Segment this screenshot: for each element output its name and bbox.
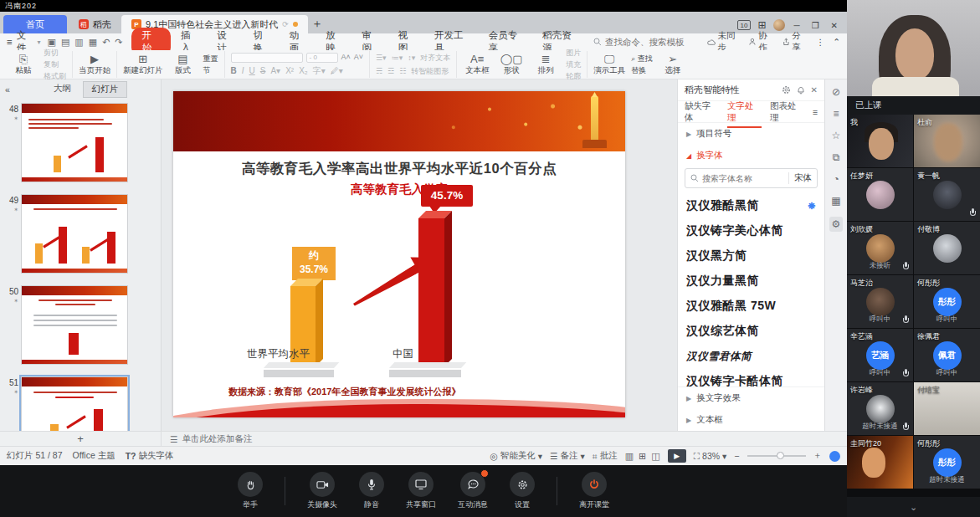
gear-icon[interactable] — [782, 85, 791, 95]
command-search[interactable] — [593, 37, 705, 47]
smart-graphic-button[interactable]: 转智能图形 — [411, 66, 449, 77]
arrange-button[interactable]: ≣ 排列 — [531, 54, 560, 76]
fit-zoom-icon[interactable]: ⛶ 83% ▾ — [694, 451, 727, 462]
font-color-button[interactable]: A▾ — [270, 66, 280, 75]
font-search-input[interactable] — [702, 174, 785, 183]
tab-chart-processing[interactable]: 图表处理 — [770, 100, 804, 124]
save-icon[interactable]: ▣ — [48, 37, 56, 48]
strikethrough-button[interactable]: S — [260, 66, 266, 75]
command-search-input[interactable] — [605, 37, 705, 47]
more-menu-icon[interactable]: ⋮ — [816, 37, 825, 47]
font-grow-icon[interactable]: A˄ — [341, 53, 351, 63]
find-button[interactable]: ⌕ 查找 — [631, 54, 653, 64]
tab-docer[interactable]: 稻 稻壳 — [69, 15, 121, 33]
align-text-button[interactable]: 对齐文本 — [420, 53, 450, 64]
participant-tile[interactable]: 任梦妍 — [847, 168, 913, 221]
copy-button[interactable]: 复制 — [44, 59, 66, 70]
messages-button[interactable]: 互动消息 — [458, 472, 488, 510]
participant-tile[interactable]: 何彤彤 彤彤 超时未接通 — [914, 436, 980, 489]
restore-button[interactable]: ❐ — [809, 21, 822, 30]
participant-tile[interactable]: 辛艺涵 艺涵 呼叫中 — [847, 329, 913, 381]
current-font-select[interactable]: 宋体 — [788, 172, 812, 184]
font-option[interactable]: 汉仪力量黑简 — [686, 269, 816, 294]
paste-button[interactable]: ⎘ 粘贴 — [9, 54, 38, 76]
close-button[interactable]: ✕ — [829, 21, 840, 30]
notes-field[interactable]: ☰ 单击此处添加备注 — [162, 432, 847, 446]
section-button[interactable]: 节 — [203, 65, 218, 76]
comments-button[interactable]: ⌗ 批注 — [593, 450, 618, 462]
notes-toggle-button[interactable]: ☰ 备注 ▾ — [550, 450, 585, 462]
text-box-button[interactable]: A≡ 文本框 — [463, 54, 491, 76]
bell-icon[interactable] — [797, 85, 805, 95]
smart-features-tool-icon[interactable]: ⚙ — [829, 217, 844, 232]
font-size-select[interactable]: - 0 — [306, 53, 338, 63]
category-label-china[interactable]: 中国 — [393, 347, 413, 361]
section-textbox[interactable]: ▶ 文本框 — [678, 409, 824, 431]
value-label-china[interactable]: 45.7% — [421, 185, 473, 207]
bullets-icon[interactable]: ☰▾ — [376, 54, 387, 62]
settings-button[interactable]: 设置 — [510, 472, 535, 510]
participant-tile[interactable]: 许岩峰 超时未接通 — [847, 382, 913, 435]
participant-tile[interactable]: 何彤彤 彤彤 呼叫中 — [914, 275, 980, 328]
collapse-grid-button[interactable]: ⌄ — [847, 497, 980, 517]
superscript-button[interactable]: X² — [285, 66, 294, 75]
reset-button[interactable]: 重置 — [203, 54, 218, 64]
camera-button[interactable]: 关摄像头 — [307, 472, 337, 510]
teacher-video-feed[interactable] — [847, 0, 980, 96]
media-tool-icon[interactable]: ▦ — [831, 195, 840, 207]
slides-tool-icon[interactable]: ⧉ — [833, 151, 840, 163]
font-option[interactable]: 汉仪铸字美心体简 — [686, 218, 816, 243]
assistant-bubble-icon[interactable] — [829, 451, 840, 462]
section-text-effect[interactable]: ▶ 换文字效果 — [678, 387, 824, 409]
reading-view-icon[interactable]: ◫ — [651, 451, 659, 462]
participant-tile[interactable]: 我 — [847, 115, 913, 167]
close-panel-icon[interactable]: ✕ — [811, 85, 818, 95]
share-tool-icon[interactable]: ⊘ — [832, 86, 840, 98]
minimize-button[interactable]: ─ — [792, 21, 803, 30]
select-button[interactable]: ➢ 选择 — [659, 54, 687, 76]
value-label-world[interactable]: 约 35.7% — [292, 247, 336, 280]
slide-thumbnail-50[interactable] — [21, 285, 128, 365]
undo-icon[interactable]: ↶ — [102, 37, 110, 48]
font-option[interactable]: 汉仪雅酷黑 75W — [686, 294, 816, 319]
section-bullets[interactable]: ▶ 项目符号 — [678, 123, 824, 145]
zoom-slider[interactable] — [747, 455, 806, 457]
normal-view-icon[interactable]: ▥ — [625, 451, 634, 462]
theme-name[interactable]: Office 主题 — [73, 450, 115, 462]
chart-title[interactable]: 高等教育毛入学率 — [173, 182, 625, 197]
participant-tile[interactable]: 刘欣媛 未接听 — [847, 222, 913, 274]
font-search-box[interactable]: 宋体 — [685, 168, 818, 188]
slide-thumbnail-51[interactable] — [21, 376, 128, 431]
italic-button[interactable]: I — [242, 66, 244, 75]
participant-tile[interactable]: 马芝治 呼叫中 — [847, 275, 913, 328]
align-left-icon[interactable]: ☴ — [376, 67, 382, 75]
font-name-select[interactable] — [231, 53, 303, 63]
line-spacing-icon[interactable]: ↕▾ — [408, 54, 415, 62]
participant-tile[interactable]: 付敬博 — [914, 222, 980, 274]
highlight-button[interactable]: 🖉▾ — [331, 66, 343, 75]
collapse-ribbon-icon[interactable]: ⌃ — [833, 37, 840, 47]
cut-button[interactable]: 剪切 — [44, 48, 66, 59]
new-slide-button[interactable]: ⊞ 新建幻灯片 — [123, 54, 163, 76]
output-icon[interactable]: ▤ — [61, 37, 69, 48]
participant-tile[interactable]: 付培宝 — [914, 382, 980, 435]
font-option[interactable]: 汉仪黑方简 — [686, 243, 816, 269]
bold-button[interactable]: B — [231, 66, 237, 75]
thumbnail-list[interactable]: 48✶ 49✶ — [0, 100, 161, 431]
slide-title[interactable]: 高等教育毛入学率高出世界平均水平近10个百分点 — [173, 160, 625, 178]
slides-tab[interactable]: 幻灯片 — [83, 81, 128, 98]
align-right-icon[interactable]: ☷ — [399, 67, 406, 75]
participant-tile[interactable]: 杜俞 — [914, 115, 980, 167]
bar-china[interactable] — [418, 218, 444, 366]
tab-missing-fonts[interactable]: 缺失字体 — [685, 100, 719, 124]
leave-class-button[interactable]: 离开课堂 — [579, 472, 609, 510]
mute-button[interactable]: 静音 — [359, 472, 384, 510]
outline-tab[interactable]: 大纲 — [45, 81, 80, 98]
workspace-grid-icon[interactable]: ⊞ — [757, 19, 766, 31]
participant-tile[interactable]: 黄一帆 — [914, 168, 980, 221]
properties-tool-icon[interactable]: ≡ — [833, 108, 839, 120]
replace-button[interactable]: 替换 — [631, 65, 653, 76]
text-effects-button[interactable]: 字▾ — [313, 65, 326, 77]
shapes-button[interactable]: ◯▢ 形状 — [497, 54, 526, 76]
collapse-panel-icon[interactable]: « — [5, 84, 10, 95]
